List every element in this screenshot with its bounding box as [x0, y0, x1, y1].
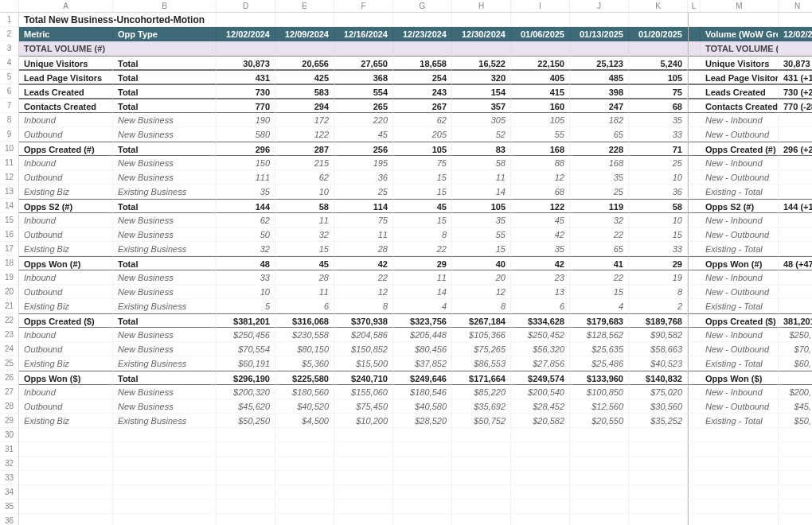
empty-cell[interactable] [452, 471, 511, 485]
spreadsheet[interactable]: A B D E F G H I J K L M N 12345678910111… [0, 0, 812, 525]
opp-type-cell[interactable]: Existing Business [113, 414, 217, 428]
value-cell[interactable]: $4,500 [275, 414, 334, 428]
empty-cell[interactable] [334, 471, 393, 485]
value-cell[interactable]: $40,523 [629, 356, 688, 371]
value-cell[interactable]: $60,191 [217, 356, 275, 371]
row-header-35[interactable]: 35 [0, 500, 19, 514]
row-header-34[interactable]: 34 [0, 485, 19, 500]
value-cell[interactable]: 8 [629, 285, 688, 299]
right-value-cell[interactable]: 431 (+1005 [779, 70, 812, 84]
opp-type-cell[interactable]: New Business [113, 270, 217, 285]
value-cell[interactable]: $45,620 [217, 399, 275, 414]
empty-cell[interactable] [393, 428, 452, 442]
opp-type-cell[interactable]: New Business [113, 228, 217, 242]
value-cell[interactable]: $50,250 [217, 414, 275, 428]
empty-cell[interactable] [217, 13, 275, 27]
value-cell[interactable]: 15 [393, 213, 452, 228]
row-header-12[interactable]: 12 [0, 170, 19, 185]
value-cell[interactable]: 122 [275, 127, 334, 142]
value-cell[interactable]: 36 [629, 185, 688, 199]
value-cell[interactable]: 296 [217, 142, 275, 156]
empty-cell[interactable] [452, 514, 511, 525]
col-header-a[interactable]: A [19, 0, 113, 12]
value-cell[interactable]: 220 [334, 113, 393, 127]
empty-cell[interactable] [393, 442, 452, 457]
opp-type-cell[interactable]: New Business [113, 342, 217, 356]
value-cell[interactable]: 8 [334, 299, 393, 313]
right-value-cell[interactable] [779, 170, 812, 185]
opp-type-cell[interactable]: New Business [113, 213, 217, 228]
row-header-7[interactable]: 7 [0, 99, 19, 113]
opp-type-cell[interactable]: New Business [113, 399, 217, 414]
value-cell[interactable]: 215 [275, 156, 334, 170]
right-metric-cell[interactable]: Opps Created ($) [701, 313, 779, 328]
metric-cell[interactable]: Inbound [19, 270, 113, 285]
empty-cell[interactable] [779, 514, 812, 525]
empty-cell[interactable] [275, 428, 334, 442]
opp-type-cell[interactable]: Existing Business [113, 299, 217, 313]
value-cell[interactable]: $180,560 [275, 385, 334, 399]
right-metric-cell[interactable]: New - Outbound [701, 342, 779, 356]
opp-type-cell[interactable]: Total [113, 70, 217, 84]
value-cell[interactable]: 11 [334, 228, 393, 242]
value-cell[interactable]: 6 [275, 299, 334, 313]
col-header-d[interactable]: D [217, 0, 275, 12]
row-header-36[interactable]: 36 [0, 514, 19, 525]
empty-cell[interactable] [570, 442, 629, 457]
empty-cell[interactable] [701, 13, 779, 27]
right-metric-cell[interactable]: New - Inbound [701, 213, 779, 228]
empty-cell[interactable] [275, 514, 334, 525]
value-cell[interactable]: $37,852 [393, 356, 452, 371]
value-cell[interactable]: $128,562 [570, 328, 629, 342]
metric-cell[interactable]: Inbound [19, 385, 113, 399]
value-cell[interactable]: 15 [393, 170, 452, 185]
empty-cell[interactable] [701, 428, 779, 442]
value-cell[interactable]: 83 [452, 142, 511, 156]
value-cell[interactable]: $250,452 [511, 328, 570, 342]
value-cell[interactable]: $150,852 [334, 342, 393, 356]
metric-cell[interactable]: Inbound [19, 213, 113, 228]
value-cell[interactable]: 20,656 [275, 56, 334, 70]
row-header-5[interactable]: 5 [0, 70, 19, 84]
empty-cell[interactable] [217, 428, 275, 442]
col-header-e[interactable]: E [275, 0, 334, 12]
right-metric-cell[interactable]: Opps S2 (#) [701, 199, 779, 213]
right-metric-cell[interactable]: New - Outbound [701, 228, 779, 242]
value-cell[interactable]: $189,768 [629, 313, 688, 328]
empty-cell[interactable] [19, 500, 113, 514]
right-value-cell[interactable] [779, 113, 812, 127]
row-header-3[interactable]: 3 [0, 41, 19, 56]
empty-cell[interactable] [452, 428, 511, 442]
value-cell[interactable]: 33 [629, 127, 688, 142]
value-cell[interactable]: 11 [275, 213, 334, 228]
metric-cell[interactable]: Opps Created (#) [19, 142, 113, 156]
value-cell[interactable]: 35 [570, 170, 629, 185]
value-cell[interactable]: 45 [511, 213, 570, 228]
value-cell[interactable]: $240,710 [334, 371, 393, 385]
value-cell[interactable]: $334,628 [511, 313, 570, 328]
empty-cell[interactable] [779, 500, 812, 514]
empty-cell[interactable] [334, 13, 393, 27]
row-header-1[interactable]: 1 [0, 13, 19, 27]
empty-cell[interactable] [511, 442, 570, 457]
value-cell[interactable]: 182 [570, 113, 629, 127]
empty-cell[interactable] [19, 485, 113, 500]
value-cell[interactable]: $12,560 [570, 399, 629, 414]
value-cell[interactable]: $249,646 [393, 371, 452, 385]
value-cell[interactable]: 243 [393, 84, 452, 99]
value-cell[interactable]: $133,960 [570, 371, 629, 385]
empty-cell[interactable] [701, 442, 779, 457]
row-header-26[interactable]: 26 [0, 371, 19, 385]
value-cell[interactable]: 33 [217, 270, 275, 285]
value-cell[interactable]: $381,201 [217, 313, 275, 328]
empty-cell[interactable] [393, 471, 452, 485]
empty-cell[interactable] [334, 428, 393, 442]
value-cell[interactable]: 40 [452, 256, 511, 270]
col-header-l[interactable]: L [688, 0, 701, 12]
opp-type-cell[interactable]: Total [113, 256, 217, 270]
value-cell[interactable]: 15 [275, 242, 334, 256]
row-header-30[interactable]: 30 [0, 428, 19, 442]
value-cell[interactable]: 14 [452, 185, 511, 199]
metric-cell[interactable]: Opps S2 (#) [19, 199, 113, 213]
opp-type-cell[interactable]: Existing Business [113, 242, 217, 256]
